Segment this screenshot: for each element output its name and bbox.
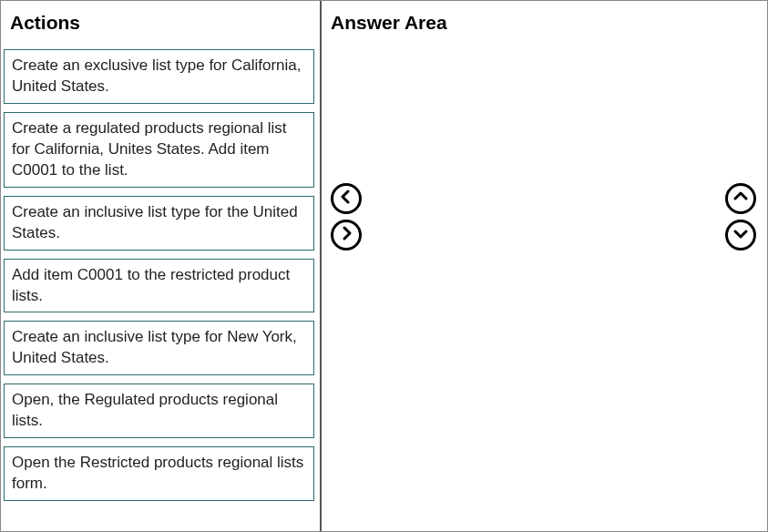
action-item[interactable]: Create an exclusive list type for Califo… <box>4 49 314 104</box>
action-item-text: Create a regulated products regional lis… <box>12 118 306 181</box>
actions-panel: Actions Create an exclusive list type fo… <box>1 1 322 531</box>
action-item-text: Create an inclusive list type for the Un… <box>12 202 306 244</box>
answer-header: Answer Area <box>322 8 767 46</box>
chevron-left-icon <box>339 189 353 208</box>
action-item-text: Open the Restricted products regional li… <box>12 453 306 495</box>
action-item[interactable]: Open the Restricted products regional li… <box>4 446 314 501</box>
action-item[interactable]: Add item C0001 to the restricted product… <box>4 259 314 313</box>
action-item[interactable]: Open, the Regulated products regional li… <box>4 384 314 438</box>
actions-header: Actions <box>1 8 320 46</box>
chevron-up-icon <box>733 189 748 208</box>
move-up-button[interactable] <box>725 183 756 214</box>
action-item-text: Add item C0001 to the restricted product… <box>12 265 306 307</box>
action-item[interactable]: Create an inclusive list type for New Yo… <box>4 321 314 375</box>
move-horizontal-group <box>331 183 362 251</box>
answer-panel: Answer Area <box>322 1 767 531</box>
move-vertical-group <box>725 183 756 251</box>
chevron-right-icon <box>339 226 353 244</box>
move-down-button[interactable] <box>725 220 756 251</box>
action-item-text: Create an inclusive list type for New Yo… <box>12 327 306 369</box>
move-left-button[interactable] <box>331 183 362 214</box>
chevron-down-icon <box>733 226 748 244</box>
action-item-text: Open, the Regulated products regional li… <box>12 390 306 432</box>
action-item[interactable]: Create an inclusive list type for the Un… <box>4 196 314 251</box>
move-right-button[interactable] <box>331 220 362 251</box>
drag-drop-container: Actions Create an exclusive list type fo… <box>0 0 768 532</box>
action-item[interactable]: Create a regulated products regional lis… <box>4 112 314 188</box>
action-item-text: Create an exclusive list type for Califo… <box>12 56 306 97</box>
